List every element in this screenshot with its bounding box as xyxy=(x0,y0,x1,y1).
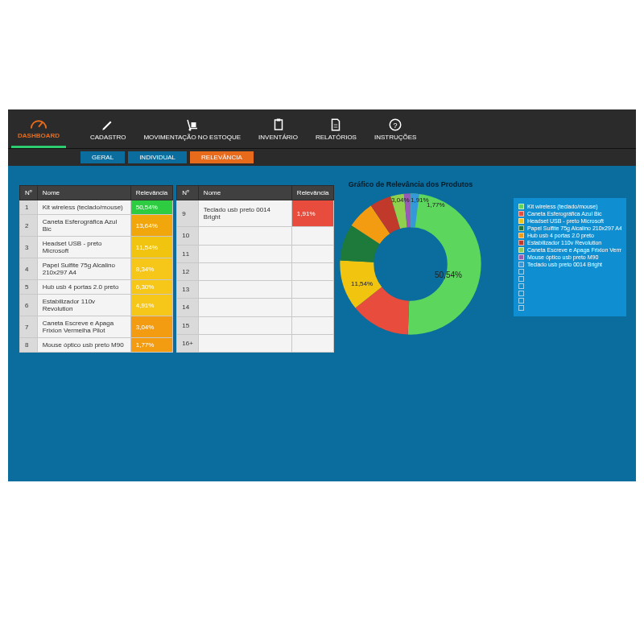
legend-swatch xyxy=(518,233,524,238)
legend-item[interactable] xyxy=(518,275,621,283)
slice-label: 50,54% xyxy=(435,270,462,279)
nav-movimentacao[interactable]: MOVIMENTAÇÃO NO ESTOQUE xyxy=(137,109,247,148)
table-row[interactable]: 6Estabilizador 110v Revolution4,91% xyxy=(20,295,173,316)
cell-n: 16+ xyxy=(177,334,199,352)
slice-label: 3,04% xyxy=(391,196,410,204)
app-window: DASHBOARD CADASTRO MOVIMENTAÇÃO NO ESTOQ… xyxy=(8,109,636,481)
cell-nome xyxy=(198,334,291,352)
tab-geral[interactable]: GERAL xyxy=(80,151,125,163)
legend-swatch xyxy=(518,240,524,246)
legend-item[interactable] xyxy=(518,290,621,297)
legend-item[interactable]: Papel Sulfite 75g Alcalino 210x297 A4 xyxy=(518,225,621,232)
svg-point-2 xyxy=(188,128,191,130)
legend-item[interactable]: Headset USB - preto Microsoft xyxy=(518,217,621,225)
legend-swatch xyxy=(518,269,524,275)
relevance-tables: Nº Nome Relevância 1Kit wireless (teclad… xyxy=(19,185,334,353)
table-row[interactable]: 2Caneta Esferográfica Azul Bic13,64% xyxy=(20,215,173,237)
legend-swatch xyxy=(518,247,524,253)
cell-nome xyxy=(198,245,291,262)
cell-rel: 4,91% xyxy=(130,295,173,316)
legend-text: Kit wireless (teclado/mouse) xyxy=(527,204,598,209)
table-row[interactable]: 12 xyxy=(177,262,334,280)
nav-inventario[interactable]: INVENTÁRIO xyxy=(252,109,304,148)
tab-individual[interactable]: INDIVIDUAL xyxy=(128,151,187,163)
cell-nome xyxy=(198,299,291,316)
legend-item[interactable]: Estabilizador 110v Revolution xyxy=(518,239,621,246)
table-row[interactable]: 9Teclado usb preto 0014 Bright1,91% xyxy=(177,200,334,227)
help-icon: ? xyxy=(386,118,404,132)
legend-swatch xyxy=(518,283,524,289)
cell-nome: Caneta Escreve e Apaga Frixion Vermelha … xyxy=(37,316,130,338)
cell-n: 12 xyxy=(177,262,199,280)
svg-rect-3 xyxy=(275,120,282,130)
legend-swatch xyxy=(518,225,524,231)
legend-item[interactable] xyxy=(518,297,621,304)
col-rel: Relevância xyxy=(130,186,173,200)
cell-nome xyxy=(198,316,291,334)
chart-area: Gráfico de Relevância dos Produtos 50,54… xyxy=(314,180,507,335)
cell-n: 14 xyxy=(177,299,199,316)
col-nome: Nome xyxy=(198,186,291,200)
table-row[interactable]: 11 xyxy=(177,245,334,262)
legend-item[interactable]: Caneta Escreve e Apaga Frixion Vermelha … xyxy=(518,246,621,254)
table-row[interactable]: 10 xyxy=(177,227,334,245)
cell-nome: Hub usb 4 portas 2.0 preto xyxy=(37,280,130,295)
cell-rel: 8,34% xyxy=(130,258,173,280)
top-nav: DASHBOARD CADASTRO MOVIMENTAÇÃO NO ESTOQ… xyxy=(8,109,636,148)
legend-item[interactable]: Kit wireless (teclado/mouse) xyxy=(518,203,621,210)
cell-nome: Estabilizador 110v Revolution xyxy=(37,295,130,316)
table-row[interactable]: 16+ xyxy=(177,334,334,352)
cell-n: 11 xyxy=(177,245,199,262)
table-row[interactable]: 4Papel Sulfite 75g Alcalino 210x297 A48,… xyxy=(20,258,173,280)
cell-n: 3 xyxy=(20,237,38,258)
legend-item[interactable]: Hub usb 4 portas 2.0 preto xyxy=(518,232,621,239)
legend-swatch xyxy=(518,218,524,224)
nav-label: INSTRUÇÕES xyxy=(374,134,416,141)
cell-nome: Kit wireless (teclado/mouse) xyxy=(37,200,130,215)
legend-item[interactable]: Teclado usb preto 0014 Bright xyxy=(518,261,621,268)
table-left: Nº Nome Relevância 1Kit wireless (teclad… xyxy=(19,185,173,353)
legend-item[interactable] xyxy=(518,268,621,275)
nav-cadastro[interactable]: CADASTRO xyxy=(84,109,132,148)
chart-title: Gráfico de Relevância dos Produtos xyxy=(314,180,507,188)
table-row[interactable]: 7Caneta Escreve e Apaga Frixion Vermelha… xyxy=(20,316,173,338)
svg-text:?: ? xyxy=(394,121,398,129)
col-n: Nº xyxy=(177,186,199,200)
table-row[interactable]: 5Hub usb 4 portas 2.0 preto6,30% xyxy=(20,280,173,295)
cell-nome: Papel Sulfite 75g Alcalino 210x297 A4 xyxy=(37,258,130,280)
legend-swatch xyxy=(518,262,524,267)
cell-nome: Mouse óptico usb preto M90 xyxy=(37,338,130,353)
legend-swatch xyxy=(518,276,524,282)
pencil-icon xyxy=(99,118,117,132)
nav-instrucoes[interactable]: ? INSTRUÇÕES xyxy=(368,109,423,148)
legend-item[interactable] xyxy=(518,304,621,312)
table-row[interactable]: 1Kit wireless (teclado/mouse)50,54% xyxy=(20,200,173,215)
table-row[interactable]: 3Headset USB - preto Microsoft11,54% xyxy=(20,237,173,258)
legend-item[interactable]: Caneta Esferográfica Azul Bic xyxy=(518,210,621,217)
table-row[interactable]: 13 xyxy=(177,281,334,299)
legend-swatch xyxy=(518,305,524,311)
content-area: Nº Nome Relevância 1Kit wireless (teclad… xyxy=(8,166,636,481)
legend-item[interactable]: Mouse óptico usb preto M90 xyxy=(518,254,621,261)
nav-label: MOVIMENTAÇÃO NO ESTOQUE xyxy=(143,134,241,141)
legend-text: Papel Sulfite 75g Alcalino 210x297 A4 xyxy=(527,225,621,231)
cell-rel: 1,77% xyxy=(130,338,173,353)
legend-item[interactable] xyxy=(518,283,621,290)
legend-swatch xyxy=(518,298,524,303)
tab-relevancia[interactable]: RELEVÂNCIA xyxy=(190,151,254,163)
nav-dashboard[interactable]: DASHBOARD xyxy=(11,109,66,148)
nav-label: DASHBOARD xyxy=(18,132,60,139)
svg-rect-1 xyxy=(191,122,196,127)
donut-hole xyxy=(382,236,439,292)
dolly-icon xyxy=(184,118,201,132)
cell-rel: 3,04% xyxy=(130,316,173,338)
table-row[interactable]: 15 xyxy=(177,316,334,334)
table-row[interactable]: 14 xyxy=(177,299,334,316)
table-row[interactable]: 8Mouse óptico usb preto M901,77% xyxy=(20,338,173,353)
slice-label: 11,54% xyxy=(351,280,373,287)
cell-n: 2 xyxy=(20,215,38,237)
nav-relatorios[interactable]: RELATÓRIOS xyxy=(309,109,363,148)
cell-n: 5 xyxy=(20,280,38,295)
cell-nome xyxy=(198,262,291,280)
legend-text: Hub usb 4 portas 2.0 preto xyxy=(527,233,594,238)
